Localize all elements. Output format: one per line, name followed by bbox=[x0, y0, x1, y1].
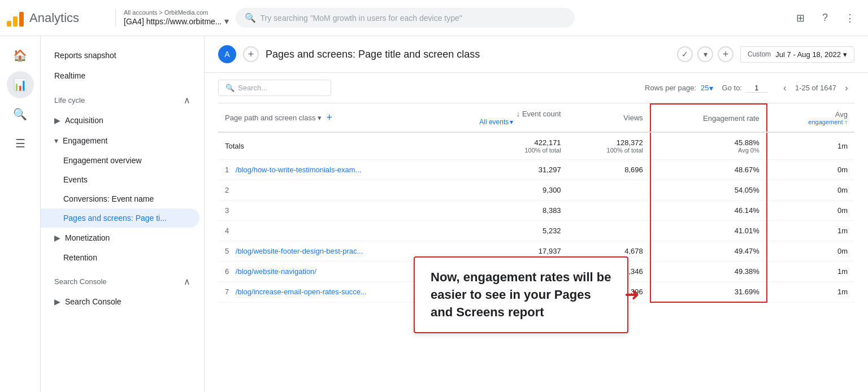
table-search-box[interactable]: 🔍 Search... bbox=[218, 80, 331, 96]
date-range-selector[interactable]: Custom Jul 7 - Aug 18, 2022 ▾ bbox=[740, 46, 854, 63]
rows-chevron-icon: ▾ bbox=[709, 84, 713, 93]
sidebar-item-reports-snapshot[interactable]: Reports snapshot bbox=[41, 45, 199, 66]
col-label-page-path: Page path and screen class bbox=[225, 114, 315, 122]
sidebar-item-label: Retention bbox=[63, 253, 97, 262]
search-icon: 🔍 bbox=[245, 12, 256, 23]
goto-input[interactable] bbox=[745, 84, 768, 93]
custom-label: Custom bbox=[748, 50, 771, 58]
rows-per-page: Rows per page: 25 ▾ bbox=[645, 84, 713, 93]
home-nav-button[interactable]: 🏠 bbox=[7, 42, 34, 69]
sidebar-item-acquisition[interactable]: ▶ Acquisition bbox=[41, 110, 199, 130]
help-button[interactable]: ? bbox=[814, 7, 836, 29]
sidebar-item-events[interactable]: Events bbox=[41, 170, 199, 189]
sidebar-item-monetization[interactable]: ▶ Monetization bbox=[41, 228, 199, 248]
next-page-button[interactable]: › bbox=[839, 80, 854, 96]
lifecycle-chevron-icon[interactable]: ∧ bbox=[184, 95, 190, 106]
goto-page: Go to: bbox=[722, 84, 768, 93]
page-path-chevron-icon: ▾ bbox=[318, 114, 322, 122]
app-title: Analytics bbox=[29, 11, 79, 25]
logo-area: Analytics bbox=[7, 10, 108, 27]
lifecycle-label: Life cycle bbox=[54, 96, 85, 104]
rows-per-page-value: 25 bbox=[701, 84, 709, 92]
account-selector[interactable]: All accounts > OrbitMedia.com [GA4] http… bbox=[115, 9, 229, 27]
col-header-views: Views bbox=[568, 104, 650, 132]
logo-bar-1 bbox=[7, 21, 11, 27]
sidebar-item-label: Events bbox=[63, 175, 88, 184]
add-comparison-button[interactable]: + bbox=[243, 46, 259, 62]
col-header-engagement-rate: Engagement rate bbox=[650, 104, 767, 132]
row-num-path: 3 bbox=[218, 201, 472, 221]
page-info: 1-25 of 1647 bbox=[795, 84, 836, 92]
all-events-link[interactable]: All events ▾ bbox=[479, 118, 561, 126]
main-content: A + Pages and screens: Page title and sc… bbox=[205, 36, 868, 392]
sidebar-item-realtime[interactable]: Realtime bbox=[41, 66, 199, 86]
date-range-value: Jul 7 - Aug 18, 2022 bbox=[775, 50, 841, 59]
report-header: A + Pages and screens: Page title and sc… bbox=[205, 36, 868, 73]
table-row: 2 9,300 54.05% 0m bbox=[218, 180, 854, 201]
logo-bar-3 bbox=[19, 12, 24, 27]
topbar-actions: ⊞ ? ⋮ bbox=[789, 7, 861, 29]
goto-label: Go to: bbox=[722, 84, 742, 92]
reports-nav-button[interactable]: 📊 bbox=[7, 71, 34, 98]
totals-event-count: 422,171 100% of total bbox=[472, 132, 567, 160]
expand-icon: ▶ bbox=[54, 233, 60, 242]
callout-overlay: Now, engagement rates will be easier to … bbox=[414, 256, 628, 333]
sidebar-item-label: Pages and screens: Page ti... bbox=[63, 214, 167, 223]
sidebar-item-label: Realtime bbox=[54, 71, 85, 80]
apps-button[interactable]: ⊞ bbox=[789, 7, 811, 29]
chevron-icon[interactable]: ▾ bbox=[697, 46, 713, 62]
sidebar-item-label: Conversions: Event name bbox=[63, 194, 154, 203]
sidebar-item-conversions[interactable]: Conversions: Event name bbox=[41, 189, 199, 208]
totals-avg: 1m bbox=[767, 132, 854, 160]
report-title: Pages and screens: Page title and screen… bbox=[266, 49, 670, 60]
report-title-actions: ✓ ▾ + bbox=[677, 46, 734, 62]
sidebar-item-label: Engagement bbox=[63, 136, 107, 145]
totals-label: Totals bbox=[218, 132, 472, 160]
rows-per-page-label: Rows per page: bbox=[645, 84, 696, 92]
totals-engagement-rate: 45.88% Avg 0% bbox=[650, 132, 767, 160]
col-header-event-count: ↓ Event count All events ▾ bbox=[472, 104, 567, 132]
col-header-avg: Avg engagement ↑ bbox=[767, 104, 854, 132]
rows-per-page-select-wrap[interactable]: 25 ▾ bbox=[701, 84, 713, 93]
table-row: 3 8,383 46.14% 0m bbox=[218, 201, 854, 221]
main-layout: 🏠 📊 🔍 ☰ Reports snapshot Realtime Life c… bbox=[0, 36, 868, 392]
sidebar-item-label: Acquisition bbox=[65, 116, 103, 125]
global-search-bar[interactable]: 🔍 Try searching "MoM growth in users for… bbox=[236, 8, 575, 28]
sidebar-item-label: Search Console bbox=[65, 297, 121, 306]
sidebar: Reports snapshot Realtime Life cycle ∧ ▶… bbox=[41, 36, 205, 392]
search-placeholder: Try searching "MoM growth in users for e… bbox=[261, 14, 462, 23]
avatar: A bbox=[218, 45, 236, 63]
search-nav-button[interactable]: 🔍 bbox=[7, 101, 34, 128]
page-navigation: ‹ 1-25 of 1647 › bbox=[777, 80, 854, 96]
col-header-page-path: Page path and screen class ▾ + bbox=[218, 104, 472, 132]
add-column-button[interactable]: + bbox=[324, 112, 335, 124]
logo-bar-2 bbox=[13, 16, 18, 27]
prev-page-button[interactable]: ‹ bbox=[777, 80, 793, 96]
col-label-avg: Avg bbox=[835, 110, 848, 119]
table-row: 1 /blog/how-to-write-testimonials-exam..… bbox=[218, 160, 854, 180]
lists-nav-button[interactable]: ☰ bbox=[7, 130, 34, 157]
sidebar-item-retention[interactable]: Retention bbox=[41, 248, 199, 267]
search-console-label: Search Console bbox=[54, 277, 107, 286]
more-options-button[interactable]: ⋮ bbox=[839, 7, 861, 29]
callout-text: Now, engagement rates will be easier to … bbox=[431, 270, 611, 319]
row-num-path: 1 /blog/how-to-write-testimonials-exam..… bbox=[218, 160, 472, 180]
search-console-section-header: Search Console ∧ bbox=[41, 267, 204, 291]
sidebar-item-engagement[interactable]: ▾ Engagement bbox=[41, 130, 199, 151]
left-nav: 🏠 📊 🔍 ☰ bbox=[0, 36, 41, 392]
add-metric-button[interactable]: + bbox=[718, 46, 734, 62]
expand-icon: ▶ bbox=[54, 297, 60, 306]
date-chevron-icon: ▾ bbox=[843, 50, 847, 59]
sidebar-item-engagement-overview[interactable]: Engagement overview bbox=[41, 151, 199, 170]
search-console-chevron-icon[interactable]: ∧ bbox=[184, 276, 190, 287]
col-label-views: Views bbox=[623, 114, 643, 122]
sidebar-item-search-console[interactable]: ▶ Search Console bbox=[41, 291, 199, 312]
topbar: Analytics All accounts > OrbitMedia.com … bbox=[0, 0, 868, 36]
account-breadcrumb: All accounts > OrbitMedia.com bbox=[124, 9, 229, 16]
sidebar-item-pages-screens[interactable]: Pages and screens: Page ti... bbox=[41, 208, 199, 228]
sidebar-item-label: Monetization bbox=[65, 233, 110, 242]
row-num-path: 2 bbox=[218, 180, 472, 201]
expand-icon: ▶ bbox=[54, 116, 60, 125]
check-icon[interactable]: ✓ bbox=[677, 46, 693, 62]
col-label-engagement-rate: Engagement rate bbox=[703, 114, 760, 123]
